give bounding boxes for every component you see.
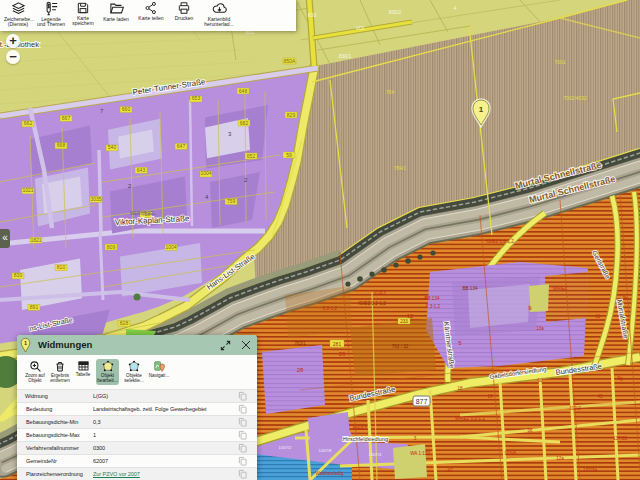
svg-text:763 / 32: 763 / 32 [392,344,409,349]
svg-text:137/35: 137/35 [613,436,627,441]
svg-text:682: 682 [240,120,249,126]
svg-text:3: 3 [414,436,417,441]
svg-text:830: 830 [308,12,317,18]
svg-text:1: 1 [479,105,484,114]
svg-text:19: 19 [487,394,493,399]
svg-text:102/2: 102/2 [569,406,581,411]
svg-text:763/1: 763/1 [294,341,306,346]
svg-text:12a: 12a [556,456,564,461]
svg-text:667: 667 [62,115,71,121]
svg-text:60: 60 [537,378,543,383]
svg-text:56: 56 [527,428,533,433]
svg-text:877: 877 [416,398,428,405]
svg-text:660: 660 [122,106,131,112]
svg-text:830/2: 830/2 [389,9,402,15]
svg-text:9g: 9g [617,376,623,381]
svg-text:3035: 3035 [90,196,101,202]
svg-text:540: 540 [108,144,117,150]
svg-text:28: 28 [297,367,304,373]
svg-text:BB 134: BB 134 [424,296,440,301]
svg-text:281: 281 [333,341,342,347]
svg-text:643: 643 [137,167,146,173]
svg-text:WA/EZ: WA/EZ [353,426,368,431]
svg-text:1004: 1004 [200,170,211,176]
svg-text:1007/2: 1007/2 [279,445,292,450]
svg-text:0,2-1,2: 0,2-1,2 [323,306,338,311]
svg-text:668: 668 [57,142,66,148]
svg-text:648: 648 [239,88,248,94]
svg-text:42: 42 [447,468,453,473]
svg-text:1007/4: 1007/4 [369,452,382,457]
svg-text:IG/EZ 0,2-1,2: IG/EZ 0,2-1,2 [358,301,386,306]
svg-text:18: 18 [457,386,463,391]
svg-text:103/8: 103/8 [504,451,516,456]
svg-text:0,3-1,2: 0,3-1,2 [426,304,441,309]
svg-text:137/34: 137/34 [583,468,597,473]
svg-text:233: 233 [400,319,408,324]
svg-text:1007/8: 1007/8 [319,448,332,453]
svg-text:809: 809 [107,244,116,250]
svg-text:828: 828 [120,320,129,326]
svg-text:WA/EZ: WA/EZ [553,286,568,291]
svg-text:IG/EZ 0,2-1,2: IG/EZ 0,2-1,2 [486,239,514,244]
svg-text:830/1: 830/1 [339,53,352,59]
svg-text:1821: 1821 [30,237,41,243]
svg-text:850A: 850A [284,58,296,64]
svg-text:652: 652 [247,153,256,159]
svg-text:784/1: 784/1 [394,165,407,171]
svg-text:891: 891 [30,304,39,310]
svg-text:1: 1 [24,340,27,346]
svg-text:4: 4 [454,5,457,11]
svg-text:784: 784 [386,89,395,95]
svg-text:Waldrandsdlg.: Waldrandsdlg. [315,471,344,476]
svg-text:829: 829 [287,112,296,118]
svg-text:WA 1:132: WA 1:132 [410,451,430,456]
svg-text:1021: 1021 [22,187,33,193]
svg-text:7002/4032: 7002/4032 [563,95,587,101]
svg-text:26: 26 [339,351,346,357]
svg-text:13a: 13a [536,326,544,331]
svg-text:IG/EZ: IG/EZ [374,291,386,296]
svg-text:810: 810 [57,264,66,270]
svg-text:653: 653 [192,95,201,101]
svg-text:11: 11 [596,314,601,319]
svg-text:662: 662 [24,120,33,126]
svg-text:WERKSGEL.: WERKSGEL. [130,211,157,216]
svg-text:VOI: VOI [356,25,365,31]
svg-text:759: 759 [227,198,236,204]
svg-text:830: 830 [14,272,23,278]
svg-text:7001: 7001 [554,59,565,65]
svg-text:BB 134: BB 134 [462,286,478,291]
svg-text:Hirschfeldsiedlung: Hirschfeldsiedlung [343,436,388,442]
svg-text:40: 40 [597,394,603,399]
svg-text:WA/EZ 0,2-1,2: WA/EZ 0,2-1,2 [455,416,485,421]
svg-text:647: 647 [177,143,186,149]
svg-text:1004: 1004 [165,244,176,250]
svg-text:59: 59 [286,152,292,158]
